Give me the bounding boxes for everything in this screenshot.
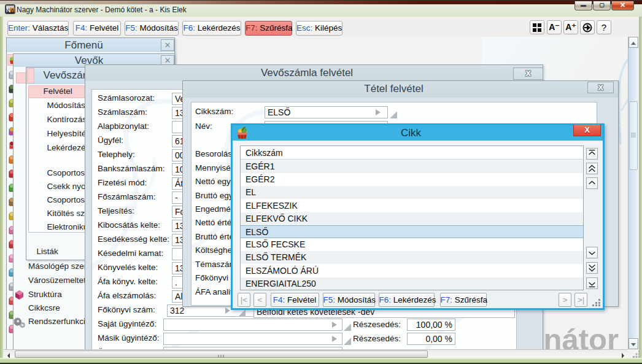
svg-text:M: M: [10, 7, 15, 14]
